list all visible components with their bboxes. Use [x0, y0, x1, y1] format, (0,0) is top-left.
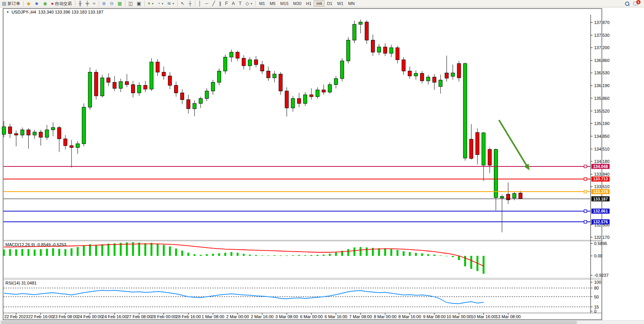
- macd-histogram-bar: [415, 253, 417, 256]
- horizontal-scrollbar[interactable]: [0, 320, 644, 324]
- candle-body: [439, 80, 442, 87]
- price-badge-label: 133.713: [593, 177, 608, 181]
- scrollbar-thumb[interactable]: [1, 321, 577, 324]
- search-button[interactable]: [623, 0, 631, 7]
- signal-button[interactable]: ◉: [41, 0, 49, 7]
- timeframe-w1[interactable]: W1: [335, 0, 346, 7]
- signal-icon: ◉: [43, 1, 47, 6]
- timeframe-d1[interactable]: D1: [325, 0, 335, 7]
- line-chart-button[interactable]: ≈: [91, 0, 97, 7]
- candle-body: [33, 132, 36, 135]
- autotrade-button[interactable]: ● 自动交易: [49, 0, 74, 7]
- macd-histogram-bar: [316, 255, 318, 256]
- candle-body: [242, 58, 246, 65]
- candle-body: [174, 85, 178, 93]
- macd-histogram-bar: [188, 253, 190, 256]
- macd-histogram-bar: [452, 256, 454, 257]
- toolbar-separator: [99, 1, 99, 6]
- macd-histogram-bar: [169, 247, 171, 256]
- chart-area[interactable]: 137.870137.530137.200136.860136.530136.1…: [0, 0, 644, 324]
- macd-histogram-bar: [138, 243, 140, 256]
- macd-histogram-bar: [280, 255, 282, 256]
- macd-axis-label: -0.9237: [594, 273, 608, 278]
- add-indicator-button[interactable]: + ▾: [146, 0, 155, 7]
- x-axis-tick-label: 3 Mar 08:00: [275, 314, 298, 319]
- template-button[interactable]: ≋ ▾: [165, 0, 176, 7]
- zoom-in-icon: ⊕: [102, 1, 106, 6]
- price-badge-label: 132.576: [593, 219, 608, 224]
- chat-button[interactable]: 1: [631, 0, 644, 7]
- timeframe-mn[interactable]: MN: [346, 0, 357, 7]
- x-axis-tick-label: 28 Feb 16:00: [176, 314, 201, 319]
- autotrade-label: 自动交易: [55, 1, 72, 7]
- fibonacci-tool-button[interactable]: F: [223, 0, 230, 7]
- vline-tool-button[interactable]: │: [196, 0, 203, 7]
- y-axis-tick-label: 137.870: [594, 20, 610, 25]
- y-axis-tick-label: 136.190: [594, 83, 610, 88]
- gold-diamond-icon: ◆: [27, 1, 30, 6]
- macd-histogram-bar: [21, 249, 23, 256]
- macd-histogram-bar: [304, 255, 306, 256]
- x-axis-tick-label: 27 Feb 08:00: [126, 314, 152, 319]
- label-tool-button[interactable]: T: [237, 0, 243, 7]
- shapes-tool-button[interactable]: ◇ ▾: [244, 0, 254, 7]
- candle-body: [76, 144, 79, 147]
- y-axis-tick-label: 136.860: [594, 58, 610, 63]
- candle-body: [51, 127, 55, 130]
- zoom-out-button[interactable]: ⊖: [108, 0, 116, 7]
- channel-icon: ∥: [219, 1, 221, 6]
- timeframe-m15[interactable]: M15: [278, 0, 290, 7]
- market-watch-button[interactable]: ◆: [25, 0, 32, 7]
- macd-histogram-bar: [329, 254, 331, 256]
- trendline-tool-button[interactable]: ╱: [210, 0, 217, 7]
- candle-body: [70, 146, 73, 147]
- macd-histogram-bar: [206, 254, 208, 256]
- candle-body: [402, 60, 405, 71]
- candle-body: [396, 48, 399, 60]
- timeframe-h4[interactable]: H4: [314, 0, 325, 7]
- candle-body: [82, 107, 85, 144]
- macd-histogram-bar: [366, 247, 368, 256]
- timeframe-m30[interactable]: M30: [291, 0, 304, 7]
- profile-button[interactable]: ☻: [32, 0, 41, 7]
- period-button[interactable]: ◔ ▾: [155, 0, 165, 7]
- macd-histogram-bar: [378, 248, 380, 256]
- price-chart-svg: 137.870137.530137.200136.860136.530136.1…: [0, 0, 644, 324]
- arrange-b-button[interactable]: ▣: [135, 0, 143, 7]
- timeframe-h1[interactable]: H1: [304, 0, 314, 7]
- macd-histogram-bar: [261, 255, 263, 256]
- candle-body: [107, 78, 110, 82]
- hline-tool-button[interactable]: ─: [203, 0, 210, 7]
- text-tool-button[interactable]: A: [230, 0, 237, 7]
- macd-histogram-bar: [231, 252, 232, 256]
- macd-histogram-bar: [224, 253, 226, 256]
- new-order-icon: ▤: [2, 1, 6, 6]
- main-toolbar: ▤ 新订单 ◆ ☻ ◉ ● 自动交易 ╫ ╪ ≈ ⊕ ⊖ ▦ ◫ ▣ + ▾ ◔…: [0, 0, 644, 7]
- macd-histogram-bar: [70, 248, 72, 256]
- zoom-in-button[interactable]: ⊕: [100, 0, 108, 7]
- cursor-button[interactable]: ↖: [179, 0, 186, 7]
- new-order-button[interactable]: ▤ 新订单: [0, 0, 22, 7]
- crosshair-button[interactable]: ┼: [186, 0, 194, 7]
- candle-body: [39, 132, 43, 137]
- macd-histogram-bar: [200, 255, 202, 256]
- candle-body: [168, 76, 172, 85]
- macd-histogram-bar: [114, 243, 116, 256]
- macd-histogram-bar: [150, 243, 152, 256]
- timeframe-m1[interactable]: M1: [257, 0, 267, 7]
- macd-histogram-bar: [439, 255, 441, 256]
- candle-body: [236, 52, 239, 58]
- arrange-a-button[interactable]: ◫: [126, 0, 135, 7]
- x-axis-tick-label: 8 Mar 00:00: [374, 314, 396, 319]
- tile-windows-button[interactable]: ▦: [116, 0, 124, 7]
- bar-chart-button[interactable]: ╫: [77, 0, 84, 7]
- chart-dropdown-icon[interactable]: ▼: [6, 10, 9, 14]
- candle-body: [211, 82, 215, 91]
- candle-chart-icon: ╪: [85, 1, 89, 6]
- timeframe-m5[interactable]: M5: [267, 0, 278, 7]
- channel-tool-button[interactable]: ∥: [217, 0, 223, 7]
- candle-body: [322, 90, 325, 92]
- candle-chart-button[interactable]: ╪: [84, 0, 91, 7]
- x-axis-tick-label: 13 Mar 08:00: [495, 314, 521, 319]
- candle-body: [143, 85, 147, 89]
